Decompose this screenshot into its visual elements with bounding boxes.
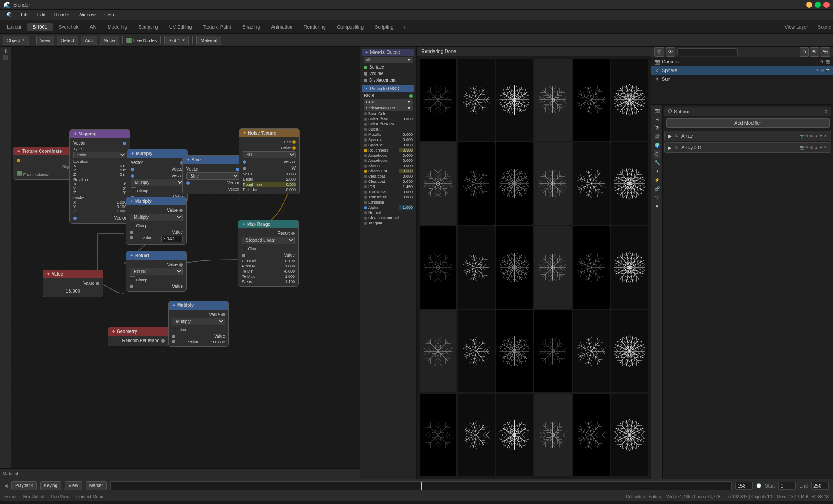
menu-edit[interactable]: Edit (34, 11, 49, 18)
tree-sphere[interactable]: ○ Sphere 👁 ⚙ 📷 (651, 66, 833, 75)
prop-icon-modifier[interactable]: 🔧 (653, 159, 661, 166)
rs-scene-btn[interactable]: 🎬 (654, 47, 664, 57)
bsdf-subsurface-method[interactable]: Christensen-Burt...▼ (364, 105, 413, 111)
use-nodes-check[interactable]: Use Nodes (126, 38, 157, 43)
rs-filter-btn[interactable]: ⚙ (800, 47, 809, 57)
node-multiply3[interactable]: ✦ Multiply Value Multiply Clamp Value Va… (168, 301, 229, 347)
end-frame-input[interactable] (811, 482, 829, 490)
menu-window[interactable]: Window (75, 11, 99, 18)
node-editor[interactable]: ✦ Texture Coordinate UV Object From Inst… (0, 47, 360, 479)
menu-file[interactable]: File (17, 11, 32, 18)
prop-icon-material[interactable]: ● (654, 202, 659, 210)
node-round[interactable]: ✦ Round Value Round Clamp Value (126, 251, 187, 292)
tab-add[interactable]: + (400, 22, 410, 32)
mod-array001-del[interactable]: ✕ (824, 145, 827, 150)
mat-filter[interactable]: All ▼ (364, 57, 413, 63)
tab-scripting[interactable]: Scripting (370, 23, 399, 31)
round-op[interactable]: Round (130, 268, 183, 275)
node-multiply2[interactable]: ✦ Multiply Value Multiply Clamp Value Va… (126, 197, 187, 245)
select-button[interactable]: Select (57, 36, 78, 45)
tab-sculpting[interactable]: Sculpting (133, 23, 163, 31)
rs-search[interactable] (677, 48, 738, 56)
node-multiply1[interactable]: ✦ Multiply Vector Vector Vector Multiply… (127, 149, 188, 203)
use-nodes-checkbox[interactable] (126, 38, 132, 43)
mod-array001-down[interactable]: ▼ (819, 145, 823, 150)
noise-dim[interactable]: 4D (243, 151, 296, 158)
tab-compositing[interactable]: Compositing (332, 23, 369, 31)
mul2-op[interactable]: Multiply (130, 214, 183, 221)
keying-btn[interactable]: Keying (40, 481, 62, 490)
tl-left-icon[interactable]: ◀ (4, 483, 8, 488)
tab-shading[interactable]: Shading (237, 23, 265, 31)
sine-op[interactable]: Sine (186, 172, 239, 180)
node-tool-cursor[interactable]: ⬆ (4, 49, 7, 53)
menu-render[interactable]: Render (51, 11, 73, 18)
prop-icon-data[interactable]: ▽ (654, 194, 660, 201)
tab-sverchok[interactable]: Sverchok (53, 23, 84, 31)
mod-array-up[interactable]: ▲ (814, 134, 818, 138)
minimize-button[interactable]: — (806, 2, 812, 8)
playback-btn[interactable]: Playback (11, 481, 37, 490)
view-button[interactable]: View (36, 36, 55, 45)
node-tool-box[interactable]: ⬛ (3, 55, 8, 60)
tab-view-layer[interactable]: View Layer (780, 23, 813, 31)
frame-input[interactable] (735, 482, 753, 490)
mul2-value[interactable] (161, 236, 183, 242)
tab-texture-paint[interactable]: Texture Paint (198, 23, 236, 31)
tab-uv-editing[interactable]: UV Editing (164, 23, 197, 31)
mod-array-down[interactable]: ▼ (819, 134, 823, 138)
mod-array-render[interactable]: 📷 (800, 134, 804, 138)
tab-modeling[interactable]: Modeling (102, 23, 132, 31)
prop-icon-particles[interactable]: ✦ (654, 168, 660, 175)
node-button[interactable]: Node (100, 36, 119, 45)
prop-icon-output[interactable]: 🖨 (654, 115, 661, 123)
node-mapping[interactable]: ✦ Mapping Vector Type: Point Location: X… (69, 129, 130, 224)
mod-array001-edit[interactable]: ⊕ (810, 145, 813, 150)
rs-view-btn[interactable]: 👁 (666, 47, 675, 57)
prop-icon-view[interactable]: 🔭 (653, 124, 661, 132)
mode-selector[interactable]: Object ▼ (3, 36, 29, 45)
mod-array001-up[interactable]: ▲ (814, 145, 818, 150)
timeline-scrubber[interactable] (110, 481, 732, 490)
rs-render-btn[interactable]: 📷 (820, 47, 830, 57)
prop-icon-constraints[interactable]: 🔗 (653, 185, 661, 192)
maximize-button[interactable]: □ (815, 2, 821, 8)
close-button[interactable]: ✕ (823, 2, 830, 8)
tree-sun[interactable]: ☀ Sun (651, 75, 833, 83)
node-geometry[interactable]: ✦ Geometry Random Per Island (108, 327, 169, 346)
tab-an[interactable]: AN (85, 23, 102, 31)
tc-instancer-check[interactable] (17, 171, 22, 176)
tab-animation[interactable]: Animation (266, 23, 298, 31)
mul1-op[interactable]: Multiply (131, 179, 184, 186)
menu-help[interactable]: Help (101, 11, 118, 18)
add-button[interactable]: Add (81, 36, 97, 45)
rs-vis-btn[interactable]: 👁 (810, 47, 819, 57)
mod-array-edit[interactable]: ⊕ (810, 134, 813, 138)
prop-icon-render[interactable]: 📷 (653, 107, 661, 114)
mapping-type[interactable]: Point (73, 152, 126, 158)
mod-array-del[interactable]: ✕ (824, 134, 827, 138)
prop-icon-physics[interactable]: ⚡ (653, 176, 661, 184)
tree-camera[interactable]: 📷 Camera 👁 📷 (651, 57, 833, 66)
add-modifier-btn[interactable]: Add Modifier (666, 118, 830, 128)
node-map-range[interactable]: ✦ Map Range Result Stepped Linear Clamp … (238, 220, 299, 287)
prop-icon-world[interactable]: 🌍 (653, 142, 661, 149)
slot-selector[interactable]: Slot 1 ▼ (164, 36, 189, 45)
tl-view-btn[interactable]: View (65, 481, 82, 490)
tab-rendering[interactable]: Rendering (298, 23, 331, 31)
material-selector[interactable]: Material (196, 36, 221, 45)
bsdf-distribution[interactable]: GGX▼ (364, 99, 413, 105)
node-sine[interactable]: ✦ Sine Vector Sine Vector Vector (182, 155, 243, 194)
marker-btn[interactable]: Marker (86, 481, 107, 490)
menu-blender[interactable]: 🌊 (3, 11, 16, 18)
tab-sh001[interactable]: SH001 (27, 23, 53, 31)
mod-array001-vis[interactable]: 👁 (805, 145, 809, 150)
mod-array001-render[interactable]: 📷 (800, 145, 804, 150)
prop-icon-object[interactable]: ⬡ (654, 150, 660, 158)
node-value[interactable]: ✦ Value Value 16.000 (43, 270, 103, 297)
maprange-mode[interactable]: Stepped Linear (242, 237, 295, 244)
tab-layout[interactable]: Layout (2, 23, 26, 31)
prop-icon-scene[interactable]: 🎬 (653, 133, 661, 140)
mod-array-vis[interactable]: 👁 (805, 134, 809, 138)
node-noise[interactable]: ✦ Noise Texture Fac Color 4D Vector W Sc… (239, 128, 300, 194)
